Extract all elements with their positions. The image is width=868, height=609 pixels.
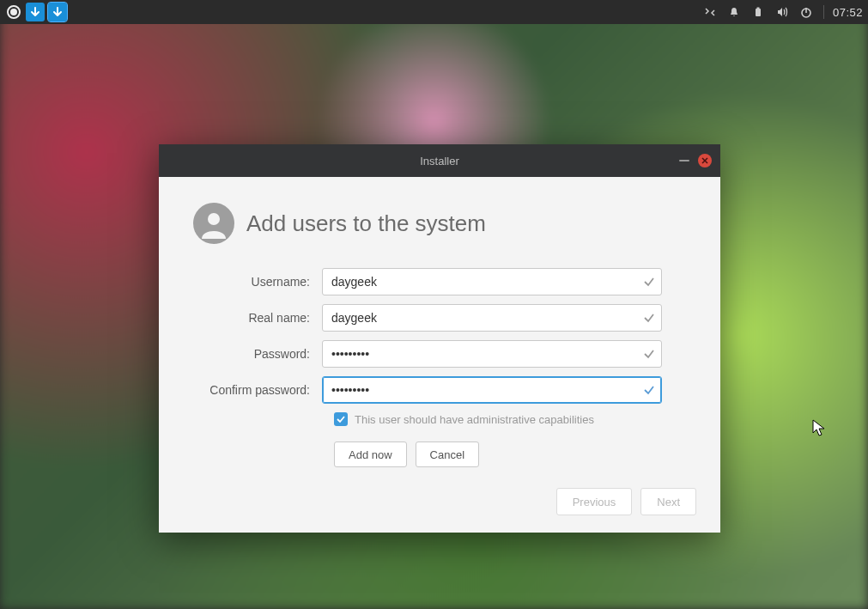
window-title: Installer xyxy=(420,155,459,167)
close-button[interactable] xyxy=(698,154,712,167)
page-heading: Add users to the system xyxy=(246,210,486,237)
top-panel: 07:52 xyxy=(0,0,868,24)
check-icon xyxy=(643,384,655,396)
panel-divider xyxy=(823,5,824,19)
network-icon[interactable] xyxy=(701,3,719,21)
add-now-button[interactable]: Add now xyxy=(334,442,407,467)
menu-button[interactable] xyxy=(5,3,22,21)
svg-point-1 xyxy=(10,9,17,15)
check-icon xyxy=(643,312,655,324)
minimize-button[interactable] xyxy=(679,160,689,161)
svg-rect-2 xyxy=(756,9,761,16)
username-input[interactable] xyxy=(322,268,662,295)
svg-point-6 xyxy=(208,213,220,225)
confirm-password-label: Confirm password: xyxy=(193,383,322,397)
user-icon xyxy=(193,203,234,244)
battery-icon[interactable] xyxy=(750,3,767,21)
next-button[interactable]: Next xyxy=(640,488,696,515)
taskbar-app-1[interactable] xyxy=(26,3,45,21)
password-label: Password: xyxy=(193,347,322,361)
realname-label: Real name: xyxy=(193,311,322,325)
power-icon[interactable] xyxy=(798,3,815,21)
installer-window: Installer Add users to the system Userna… xyxy=(159,144,720,533)
username-label: Username: xyxy=(193,275,322,289)
titlebar[interactable]: Installer xyxy=(159,144,720,177)
volume-icon[interactable] xyxy=(774,3,791,21)
check-icon xyxy=(643,348,655,360)
taskbar-app-2[interactable] xyxy=(48,3,67,21)
check-icon xyxy=(643,276,655,288)
previous-button[interactable]: Previous xyxy=(556,488,633,515)
dialog-content: Add users to the system Username: Real n… xyxy=(159,177,720,533)
notifications-icon[interactable] xyxy=(725,3,743,21)
admin-checkbox-label: This user should have administrative cap… xyxy=(355,413,594,426)
svg-rect-3 xyxy=(756,8,759,9)
admin-checkbox[interactable] xyxy=(334,412,348,426)
confirm-password-input[interactable] xyxy=(322,376,662,404)
realname-input[interactable] xyxy=(322,304,662,332)
cancel-button[interactable]: Cancel xyxy=(416,442,479,467)
clock[interactable]: 07:52 xyxy=(833,6,863,19)
password-input[interactable] xyxy=(322,340,662,368)
